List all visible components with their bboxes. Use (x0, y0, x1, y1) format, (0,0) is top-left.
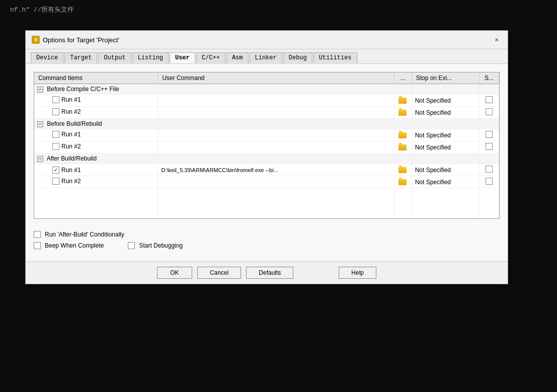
header-s: S... (479, 72, 499, 84)
section-after-build-dots (394, 153, 412, 164)
table-row: Run #1 Not Specified (34, 129, 499, 141)
run2-after-build-folder-btn[interactable] (394, 176, 412, 188)
section-after-build-cmd[interactable] (158, 153, 394, 164)
run1-before-compile-s[interactable] (479, 95, 499, 107)
run2-before-build-stop: Not Specified (412, 141, 479, 153)
run1-after-build-checkbox[interactable]: ✓ (52, 167, 59, 174)
run2-before-build-folder-btn[interactable] (394, 141, 412, 153)
run1-before-compile-s-checkbox[interactable] (486, 96, 493, 103)
run2-before-compile-folder-btn[interactable] (394, 107, 412, 119)
tab-output[interactable]: Output (98, 52, 131, 63)
defaults-button[interactable]: Defaults (246, 267, 293, 279)
section-before-build-stop (412, 119, 479, 129)
section-before-build: − Before Build/Rebuild (34, 119, 499, 129)
folder-icon[interactable] (399, 167, 407, 173)
run1-before-compile-folder-btn[interactable] (394, 95, 412, 107)
tab-listing[interactable]: Listing (132, 52, 169, 63)
editor-background: nf.h" //所有头文件 V Options for Target 'Proj… (0, 0, 557, 392)
run1-before-compile-checkbox[interactable] (52, 96, 59, 103)
tab-user[interactable]: User (170, 52, 195, 63)
run1-before-compile-cmd[interactable] (158, 95, 394, 107)
section-before-compile: − Before Compile C/C++ File (34, 84, 499, 95)
option-row-2: Beep When Complete Start Debugging (34, 242, 500, 249)
run1-after-build-s[interactable] (479, 164, 499, 176)
tab-target[interactable]: Target (64, 52, 97, 63)
start-debugging-checkbox[interactable] (128, 242, 135, 249)
run1-after-build-s-checkbox[interactable] (486, 166, 493, 173)
dialog-body: Command Items User Command ... Stop on E… (26, 64, 508, 261)
expand-before-compile[interactable]: − (37, 87, 43, 93)
run2-before-compile-cmd[interactable] (158, 107, 394, 119)
folder-icon[interactable] (399, 144, 407, 150)
tab-linker[interactable]: Linker (250, 52, 282, 63)
run2-before-compile-s-checkbox[interactable] (486, 108, 493, 115)
section-before-build-cmd[interactable] (158, 119, 394, 129)
run2-after-build-s-checkbox[interactable] (486, 178, 493, 185)
help-button[interactable]: Help (339, 267, 376, 279)
run1-before-build-stop: Not Specified (412, 129, 479, 141)
run1-after-build-stop: Not Specified (412, 164, 479, 176)
run1-before-build-folder-btn[interactable] (394, 129, 412, 141)
options-dialog: V Options for Target 'Project' × Device … (25, 30, 508, 284)
run1-before-build-label: Run #1 (34, 129, 158, 141)
run1-after-build-cmd[interactable]: D:\keil_5.39\ARM\ARMCC\bin\fromelf.exe -… (158, 164, 394, 176)
run1-before-build-cmd[interactable] (158, 129, 394, 141)
run2-after-build-label: Run #2 (34, 176, 158, 188)
dialog-title-text: Options for Target 'Project' (43, 36, 119, 44)
expand-after-build[interactable]: − (37, 156, 43, 162)
code-line-1: nf.h" //所有头文件 (10, 5, 547, 15)
header-command-items: Command Items (34, 72, 158, 84)
section-after-build-stop (412, 153, 479, 164)
expand-before-build[interactable]: − (37, 121, 43, 127)
run2-before-build-checkbox[interactable] (52, 143, 59, 150)
table-row: Run #2 Not Specified (34, 176, 499, 188)
tab-cpp[interactable]: C/C++ (196, 52, 225, 63)
section-before-compile-dots (394, 84, 412, 95)
run1-before-build-s-checkbox[interactable] (486, 131, 493, 138)
run2-after-build-cmd[interactable] (158, 176, 394, 188)
table-row: Run #2 Not Specified (34, 141, 499, 153)
run1-before-build-checkbox[interactable] (52, 131, 59, 138)
run2-before-compile-stop: Not Specified (412, 107, 479, 119)
run-after-build-label: Run 'After-Build' Conditionally (45, 231, 124, 238)
tab-debug[interactable]: Debug (283, 52, 312, 63)
run1-before-build-s[interactable] (479, 129, 499, 141)
folder-icon[interactable] (399, 179, 407, 185)
tabs-bar: Device Target Output Listing User C/C++ … (26, 49, 508, 64)
section-before-build-s (479, 119, 499, 129)
section-before-build-dots (394, 119, 412, 129)
run2-before-build-s[interactable] (479, 141, 499, 153)
command-table: Command Items User Command ... Stop on E… (34, 72, 499, 218)
folder-icon[interactable] (399, 98, 407, 104)
dialog-footer: OK Cancel Defaults Help (26, 261, 508, 284)
tab-device[interactable]: Device (31, 52, 63, 63)
run1-after-build-folder-btn[interactable] (394, 164, 412, 176)
dialog-icon: V (32, 36, 40, 44)
run2-before-build-s-checkbox[interactable] (486, 143, 493, 150)
close-button[interactable]: × (492, 35, 502, 45)
ok-button[interactable]: OK (157, 267, 192, 279)
run2-before-build-cmd[interactable] (158, 141, 394, 153)
section-before-compile-stop (412, 84, 479, 95)
beep-when-complete-checkbox[interactable] (34, 242, 41, 249)
table-row: Run #2 Not Specified (34, 107, 499, 119)
section-before-compile-cmd[interactable] (158, 84, 394, 95)
dialog-titlebar: V Options for Target 'Project' × (26, 31, 508, 49)
header-dots: ... (394, 72, 412, 84)
run2-before-compile-s[interactable] (479, 107, 499, 119)
tab-asm[interactable]: Asm (226, 52, 249, 63)
section-after-build: − After Build/Rebuild (34, 153, 499, 164)
run2-before-compile-label: Run #2 (34, 107, 158, 119)
run-after-build-checkbox[interactable] (34, 231, 41, 238)
folder-icon[interactable] (399, 110, 407, 116)
section-after-build-s (479, 153, 499, 164)
run2-after-build-checkbox[interactable] (52, 178, 59, 185)
command-table-container: Command Items User Command ... Stop on E… (34, 72, 500, 219)
header-stop-on-exit: Stop on Exi... (412, 72, 479, 84)
run2-before-compile-checkbox[interactable] (52, 108, 59, 115)
run2-after-build-stop: Not Specified (412, 176, 479, 188)
run2-after-build-s[interactable] (479, 176, 499, 188)
folder-icon[interactable] (399, 132, 407, 138)
cancel-button[interactable]: Cancel (197, 267, 241, 279)
tab-utilities[interactable]: Utilities (313, 52, 357, 63)
